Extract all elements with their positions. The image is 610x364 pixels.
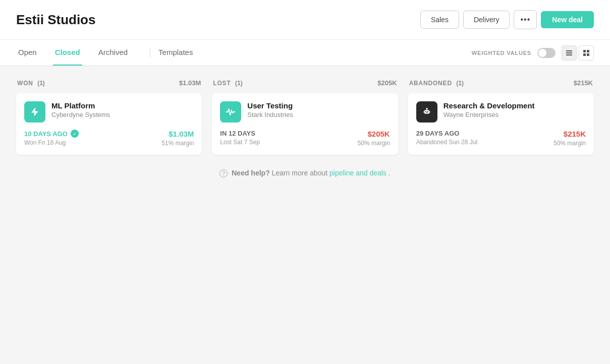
new-deal-button[interactable]: New deal	[541, 11, 594, 28]
deal-company-rd: Wayne Enterprises	[443, 111, 535, 118]
won-column-header: WON (1) $1.03M	[16, 78, 202, 87]
deal-margin-ml-platform: 51% margin	[161, 140, 194, 147]
svg-rect-9	[427, 111, 428, 112]
help-end: .	[389, 169, 391, 177]
header: Estii Studios Sales Delivery ••• New dea…	[0, 0, 610, 40]
deal-timing-ml-platform: 10 DAYS AGO	[24, 130, 68, 138]
grid-icon	[583, 49, 590, 56]
weighted-values-toggle[interactable]	[537, 48, 556, 58]
won-column-count: (1)	[37, 80, 45, 87]
svg-rect-13	[423, 111, 424, 113]
grid-view-button[interactable]	[579, 45, 594, 60]
deal-card-bottom: 10 DAYS AGO ✓ Won Fri 16 Aug $1.03M 51% …	[24, 130, 194, 147]
sales-button[interactable]: Sales	[420, 11, 459, 29]
lost-column-header: LOST (1) $205K	[212, 78, 398, 87]
tabs-bar: Open Closed Archived Templates WEIGHTED …	[0, 40, 610, 66]
deals-columns: WON (1) $1.03M ML Platform Cyberdyne Sys…	[16, 78, 594, 155]
help-section: ? Need help? Learn more about pipeline a…	[16, 155, 594, 177]
svg-rect-4	[587, 50, 589, 52]
svg-rect-14	[429, 111, 430, 113]
svg-point-12	[426, 108, 427, 109]
svg-rect-10	[426, 112, 428, 113]
abandoned-column-amount: $215K	[574, 79, 593, 87]
deal-value-ml-platform: $1.03M	[161, 130, 194, 138]
deal-logo-rd	[416, 101, 437, 123]
svg-rect-8	[425, 111, 426, 112]
tab-closed[interactable]: Closed	[53, 40, 82, 66]
timing-row: 10 DAYS AGO ✓	[24, 130, 79, 138]
lost-column-title-group: LOST (1)	[213, 78, 242, 87]
svg-rect-1	[566, 52, 572, 53]
bolt-icon	[29, 106, 40, 117]
deal-timing-block-ut: IN 12 DAYS Lost Sat 7 Sep	[220, 130, 260, 146]
abandoned-column-count: (1)	[456, 80, 464, 87]
svg-rect-3	[583, 50, 586, 52]
deal-value-user-testing: $205K	[358, 130, 390, 138]
help-icon: ?	[219, 169, 228, 177]
page-title: Estii Studios	[16, 12, 95, 28]
deal-info: ML Platform Cyberdyne Systems	[51, 101, 110, 118]
svg-rect-5	[583, 53, 586, 56]
tab-archived[interactable]: Archived	[96, 40, 130, 66]
deal-date-user-testing: Lost Sat 7 Sep	[220, 139, 260, 146]
deal-value-rd: $215K	[553, 130, 586, 138]
view-icons	[562, 45, 594, 60]
pulse-icon	[225, 106, 236, 117]
deal-logo-user-testing	[220, 101, 241, 123]
help-sub-text: Learn more about	[272, 169, 329, 177]
deal-margin-user-testing: 50% margin	[358, 140, 390, 147]
won-column-title-group: WON (1)	[17, 78, 45, 87]
deal-timing-block-rd: 29 DAYS AGO Abandoned Sun 28 Jul	[416, 130, 477, 146]
deal-card-ml-platform[interactable]: ML Platform Cyberdyne Systems 10 DAYS AG…	[16, 93, 202, 155]
abandoned-column: ABANDONED (1) $215K Research & Developme…	[408, 78, 594, 155]
deal-card-bottom-rd: 29 DAYS AGO Abandoned Sun 28 Jul $215K 5…	[416, 130, 586, 147]
abandoned-column-title: ABANDONED	[409, 80, 452, 87]
page-container: Estii Studios Sales Delivery ••• New dea…	[0, 0, 610, 364]
deal-name-rd: Research & Development	[443, 101, 535, 110]
svg-rect-2	[566, 54, 572, 55]
deal-value-block-ml-platform: $1.03M 51% margin	[161, 130, 194, 147]
deal-company-user-testing: Stark Industries	[247, 111, 293, 118]
tab-templates[interactable]: Templates	[156, 40, 195, 66]
deal-card-user-testing[interactable]: User Testing Stark Industries IN 12 DAYS…	[212, 93, 398, 155]
list-view-button[interactable]	[562, 45, 577, 60]
deal-info-ut: User Testing Stark Industries	[247, 101, 293, 118]
deal-name-ml-platform: ML Platform	[51, 101, 110, 110]
won-column-title: WON	[17, 80, 33, 87]
svg-rect-7	[424, 110, 429, 113]
deal-date-ml-platform: Won Fri 16 Aug	[24, 139, 79, 146]
deal-info-rd: Research & Development Wayne Enterprises	[443, 101, 535, 118]
deal-name-user-testing: User Testing	[247, 101, 293, 110]
header-actions: Sales Delivery ••• New deal	[420, 10, 594, 29]
list-icon	[566, 49, 573, 56]
deal-card-top-ut: User Testing Stark Industries	[220, 101, 390, 123]
deal-company-ml-platform: Cyberdyne Systems	[51, 111, 110, 118]
deal-card-top: ML Platform Cyberdyne Systems	[24, 101, 194, 123]
won-column-amount: $1.03M	[179, 79, 201, 87]
deal-card-top-rd: Research & Development Wayne Enterprises	[416, 101, 586, 123]
robot-icon	[421, 106, 432, 117]
svg-rect-6	[587, 53, 589, 56]
more-button[interactable]: •••	[514, 10, 537, 29]
deal-card-bottom-ut: IN 12 DAYS Lost Sat 7 Sep $205K 50% marg…	[220, 130, 390, 147]
deal-value-block-ut: $205K 50% margin	[358, 130, 390, 147]
abandoned-column-header: ABANDONED (1) $215K	[408, 78, 594, 87]
check-icon: ✓	[71, 130, 79, 138]
tabs-right: WEIGHTED VALUES	[472, 45, 594, 60]
abandoned-column-title-group: ABANDONED (1)	[409, 78, 464, 87]
weighted-values-label: WEIGHTED VALUES	[472, 50, 531, 56]
help-text: Need help?	[232, 169, 269, 177]
deal-date-rd: Abandoned Sun 28 Jul	[416, 139, 477, 146]
tab-open[interactable]: Open	[16, 40, 39, 66]
deal-timing-user-testing: IN 12 DAYS	[220, 130, 260, 137]
tab-divider	[150, 48, 150, 58]
help-link[interactable]: pipeline and deals	[329, 169, 386, 177]
main-content: WON (1) $1.03M ML Platform Cyberdyne Sys…	[0, 66, 610, 364]
deal-card-rd[interactable]: Research & Development Wayne Enterprises…	[408, 93, 594, 155]
delivery-button[interactable]: Delivery	[463, 11, 510, 29]
lost-column: LOST (1) $205K User Testing Stark Indust…	[212, 78, 398, 155]
won-column: WON (1) $1.03M ML Platform Cyberdyne Sys…	[16, 78, 202, 155]
deal-timing-rd: 29 DAYS AGO	[416, 130, 477, 137]
lost-column-amount: $205K	[377, 79, 397, 87]
svg-rect-0	[566, 50, 572, 51]
